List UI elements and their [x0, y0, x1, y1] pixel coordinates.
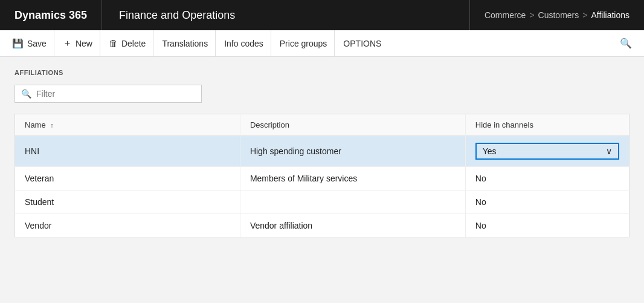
filter-box[interactable]: 🔍 — [14, 85, 202, 103]
filter-input[interactable] — [36, 89, 195, 99]
table-header: Name ↑ Description Hide in channels — [15, 114, 630, 136]
col-header-description[interactable]: Description — [240, 114, 465, 136]
filter-search-icon: 🔍 — [21, 89, 31, 99]
content-area: AFFILIATIONS 🔍 Name ↑ Description Hide i… — [0, 57, 644, 303]
cell-name[interactable]: Veteran — [15, 167, 240, 191]
delete-button[interactable]: 🗑 Delete — [101, 30, 153, 56]
search-icon: 🔍 — [620, 38, 632, 48]
chevron-down-icon: ∨ — [606, 146, 612, 156]
cell-description[interactable] — [240, 191, 465, 214]
save-button[interactable]: 💾 Save — [5, 30, 54, 56]
breadcrumb-commerce[interactable]: Commerce — [485, 10, 526, 20]
breadcrumb-sep2: > — [582, 10, 587, 20]
col-header-name[interactable]: Name ↑ — [15, 114, 240, 136]
cell-hide-in-channels[interactable]: Yes∨ — [465, 136, 629, 167]
breadcrumb-affiliations: Affiliations — [591, 10, 630, 20]
table-row[interactable]: VendorVendor affiliationNo — [15, 214, 630, 238]
col-hide-label: Hide in channels — [475, 120, 533, 129]
cell-name[interactable]: Vendor — [15, 214, 240, 238]
breadcrumb-customers[interactable]: Customers — [538, 10, 579, 20]
breadcrumb: Commerce > Customers > Affiliations — [470, 0, 644, 30]
col-desc-label: Description — [250, 120, 289, 129]
toolbar-search-button[interactable]: 🔍 — [613, 34, 639, 53]
table-body: HNIHigh spending customerYes∨VeteranMemb… — [15, 136, 630, 238]
cell-name[interactable]: HNI — [15, 136, 240, 167]
dropdown-value: Yes — [483, 146, 497, 156]
hide-dropdown[interactable]: Yes∨ — [475, 143, 619, 160]
table-row[interactable]: VeteranMembers of Military servicesNo — [15, 167, 630, 191]
new-icon: ＋ — [63, 37, 72, 49]
section-title: AFFILIATIONS — [14, 69, 630, 76]
delete-icon: 🗑 — [109, 38, 118, 48]
brand-logo[interactable]: Dynamics 365 — [0, 0, 102, 30]
cell-description[interactable]: High spending customer — [240, 136, 465, 167]
top-bar: Dynamics 365 Finance and Operations Comm… — [0, 0, 644, 30]
cell-name[interactable]: Student — [15, 191, 240, 214]
col-name-sort: ↑ — [50, 122, 54, 129]
cell-hide-in-channels[interactable]: No — [465, 214, 629, 238]
app-title: Finance and Operations — [102, 0, 470, 30]
infocodes-button[interactable]: Info codes — [217, 30, 271, 56]
save-icon: 💾 — [12, 38, 24, 49]
cell-description[interactable]: Vendor affiliation — [240, 214, 465, 238]
toolbar: 💾 Save ＋ New 🗑 Delete Translations Info … — [0, 30, 644, 57]
options-button[interactable]: OPTIONS — [336, 30, 388, 56]
cell-hide-in-channels[interactable]: No — [465, 167, 629, 191]
pricegroups-button[interactable]: Price groups — [272, 30, 335, 56]
col-name-label: Name — [25, 120, 46, 129]
breadcrumb-sep1: > — [529, 10, 534, 20]
table-row[interactable]: HNIHigh spending customerYes∨ — [15, 136, 630, 167]
cell-description[interactable]: Members of Military services — [240, 167, 465, 191]
new-button[interactable]: ＋ New — [56, 30, 100, 56]
col-header-hide[interactable]: Hide in channels — [465, 114, 629, 136]
table-row[interactable]: StudentNo — [15, 191, 630, 214]
translations-button[interactable]: Translations — [155, 30, 216, 56]
cell-hide-in-channels[interactable]: No — [465, 191, 629, 214]
affiliations-table: Name ↑ Description Hide in channels HNIH… — [14, 114, 630, 238]
